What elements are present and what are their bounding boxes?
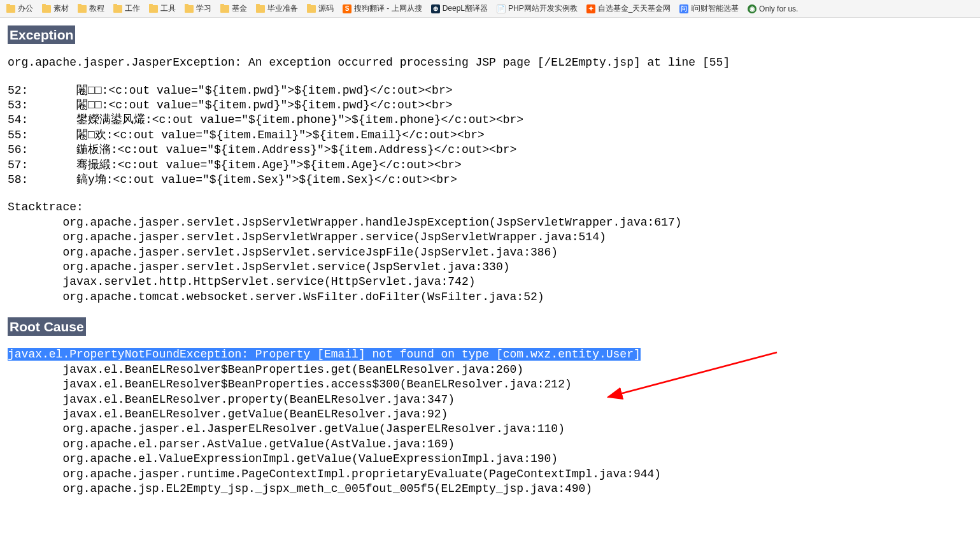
fund-icon: ✦ [586, 4, 595, 13]
error-page-content: Exception org.apache.jasper.JasperExcept… [0, 18, 980, 517]
bookmark-label: 学习 [196, 3, 211, 14]
bookmark-folder[interactable]: 毕业准备 [252, 2, 302, 15]
exception-stacktrace: org.apache.jasper.servlet.JspServletWrap… [8, 215, 972, 305]
bookmark-label: 教程 [89, 3, 104, 14]
deepl-icon: ⊕ [431, 4, 440, 13]
bookmark-folder[interactable]: 基金 [217, 2, 251, 15]
bookmark-site[interactable]: 📄PHP网站开发实例教 [493, 2, 581, 15]
bookmark-folder[interactable]: 工具 [145, 2, 180, 15]
bookmark-label: 基金 [232, 3, 247, 14]
root-cause-message-highlighted: javax.el.PropertyNotFoundException: Prop… [8, 348, 641, 361]
bookmark-label: 工作 [125, 3, 140, 14]
sogou-icon: S [343, 4, 352, 13]
folder-icon [256, 5, 265, 13]
bookmark-label: i问财智能选基 [691, 3, 739, 14]
folder-icon [220, 5, 229, 13]
bookmark-label: 源码 [318, 3, 334, 14]
bookmark-label: 毕业准备 [267, 3, 298, 14]
bookmark-folder[interactable]: 办公 [3, 2, 37, 15]
bookmark-folder[interactable]: 素材 [38, 2, 73, 15]
bookmark-label: PHP网站开发实例教 [508, 3, 578, 14]
exception-header: Exception [8, 25, 75, 44]
jsp-code-snippet: 52: 闂□□:<c:out value="${item.pwd}">${ite… [8, 83, 972, 188]
bookmark-site[interactable]: ✦自选基金_天天基金网 [583, 2, 675, 15]
bookmark-label: DeepL翻译器 [443, 3, 488, 14]
bookmark-label: 搜狗翻译 - 上网从搜 [354, 3, 422, 14]
folder-icon [78, 5, 87, 13]
folder-icon [42, 5, 51, 13]
wealth-icon: 问 [679, 4, 688, 13]
bookmark-site[interactable]: ◉Only for us. [744, 3, 802, 15]
folder-icon [149, 5, 158, 13]
bookmark-folder[interactable]: 源码 [303, 2, 337, 15]
folder-icon [307, 5, 316, 13]
bookmark-label: 工具 [160, 3, 176, 14]
root-cause-header: Root Cause [8, 317, 86, 336]
folder-icon [113, 5, 122, 13]
bookmark-label: Only for us. [759, 4, 798, 13]
bookmark-label: 自选基金_天天基金网 [598, 3, 671, 14]
stacktrace-label: Stacktrace: [8, 200, 972, 215]
bookmark-folder[interactable]: 学习 [181, 2, 215, 15]
bookmark-site[interactable]: 问i问财智能选基 [676, 2, 742, 15]
root-cause-stacktrace: javax.el.BeanELResolver$BeanProperties.g… [8, 363, 972, 497]
document-icon: 📄 [497, 4, 506, 13]
bookmark-label: 办公 [18, 3, 33, 14]
bookmark-bar: 办公 素材 教程 工作 工具 学习 基金 毕业准备 源码 S搜狗翻译 - 上网从… [0, 0, 980, 18]
bookmark-site[interactable]: ⊕DeepL翻译器 [427, 2, 492, 15]
folder-icon [6, 5, 15, 13]
bookmark-label: 素材 [53, 3, 69, 14]
globe-icon: ◉ [748, 4, 756, 13]
folder-icon [185, 5, 194, 13]
bookmark-site[interactable]: S搜狗翻译 - 上网从搜 [339, 2, 426, 15]
bookmark-folder[interactable]: 工作 [110, 2, 144, 15]
bookmark-folder[interactable]: 教程 [74, 2, 108, 15]
exception-message: org.apache.jasper.JasperException: An ex… [8, 55, 972, 70]
